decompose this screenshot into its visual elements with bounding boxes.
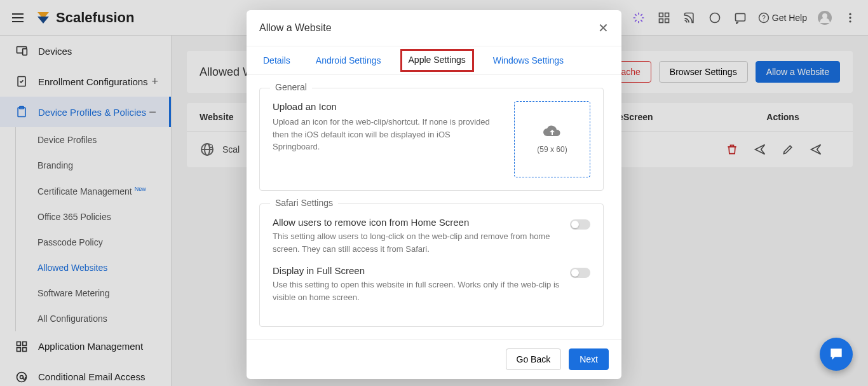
- cloud-upload-icon: [542, 125, 562, 140]
- tab-details[interactable]: Details: [259, 53, 294, 68]
- modal-header: Allow a Website ✕: [247, 10, 621, 46]
- tab-windows-settings[interactable]: Windows Settings: [489, 53, 567, 68]
- general-legend: General: [270, 82, 312, 92]
- close-icon[interactable]: ✕: [598, 20, 609, 36]
- allow-website-modal: Allow a Website ✕ Details Android Settin…: [247, 10, 621, 379]
- tab-android-settings[interactable]: Android Settings: [312, 53, 385, 68]
- upload-dimensions: (59 x 60): [537, 145, 567, 154]
- next-button[interactable]: Next: [569, 348, 609, 370]
- safari-fieldset: Safari Settings Allow users to remove ic…: [259, 203, 604, 327]
- fullscreen-setting-title: Display in Full Screen: [273, 265, 560, 276]
- fullscreen-toggle[interactable]: [570, 268, 590, 278]
- upload-icon-title: Upload an Icon: [273, 101, 499, 112]
- remove-icon-setting-title: Allow users to remove icon from Home Scr…: [273, 217, 560, 228]
- safari-legend: Safari Settings: [270, 198, 338, 208]
- fullscreen-setting-desc: Use this setting to open this website in…: [273, 279, 560, 303]
- upload-icon-desc: Upload an icon for the web-clip/shortcut…: [273, 116, 499, 153]
- chat-launcher[interactable]: [820, 338, 853, 371]
- go-back-button[interactable]: Go Back: [506, 348, 562, 370]
- remove-icon-toggle[interactable]: [570, 219, 590, 230]
- general-fieldset: General Upload an Icon Upload an icon fo…: [259, 88, 604, 191]
- remove-icon-setting-desc: This setting allow users to long-click o…: [273, 230, 560, 255]
- modal-title: Allow a Website: [259, 22, 332, 34]
- chat-bubble-icon: [828, 346, 844, 362]
- modal-footer: Go Back Next: [247, 339, 621, 379]
- modal-tabs: Details Android Settings Apple Settings …: [247, 46, 621, 75]
- modal-body[interactable]: General Upload an Icon Upload an icon fo…: [247, 75, 621, 339]
- upload-dropzone[interactable]: (59 x 60): [514, 101, 590, 177]
- tab-apple-settings[interactable]: Apple Settings: [400, 49, 474, 72]
